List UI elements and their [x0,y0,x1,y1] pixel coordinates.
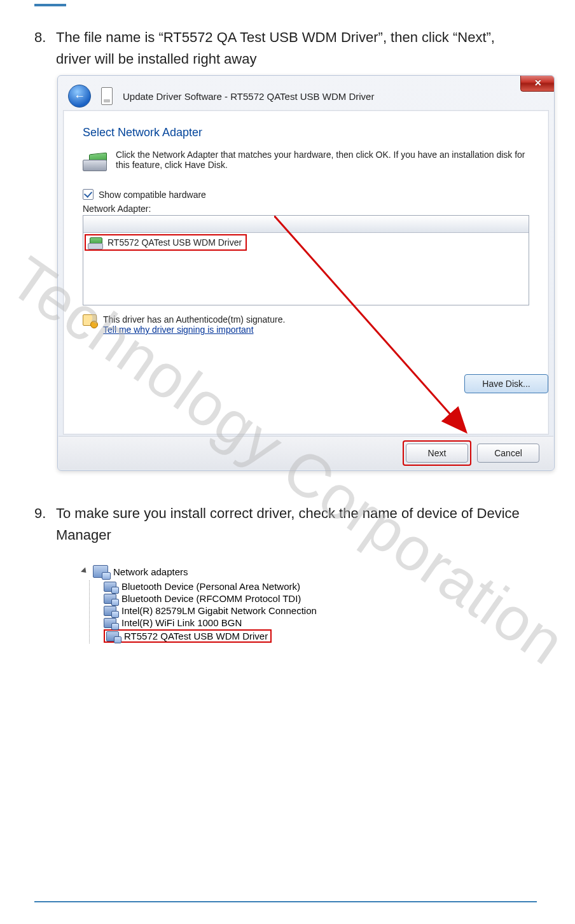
signature-text: This driver has an Authenticode(tm) sign… [103,314,285,325]
back-button[interactable]: ← [68,85,91,108]
signing-help-link[interactable]: Tell me why driver signing is important [103,325,254,335]
page-bottom-rule [34,901,537,902]
adapter-list[interactable]: RT5572 QATest USB WDM Driver [83,215,529,305]
adapter-list-item[interactable]: RT5572 QATest USB WDM Driver [85,234,247,251]
step-9: 9. To make sure you install correct driv… [34,503,537,546]
network-adapter-icon [106,631,119,641]
network-adapter-small-icon [90,237,102,248]
page-top-rule [34,4,66,6]
tree-item-label: Bluetooth Device (RFCOMM Protocol TDI) [121,593,301,604]
instruction-text: Click the Network Adapter that matches y… [116,150,529,170]
arrow-left-icon: ← [74,90,85,103]
network-adapter-icon [104,582,116,592]
tree-item-label: Intel(R) WiFi Link 1000 BGN [121,617,242,628]
certificate-icon [83,314,97,326]
adapter-name: RT5572 QATest USB WDM Driver [107,237,242,248]
tree-item[interactable]: Bluetooth Device (RFCOMM Protocol TDI) [104,592,317,605]
step-9-number: 9. [34,503,46,524]
tree-item-label: Bluetooth Device (Personal Area Network) [121,581,300,592]
wizard-body: Select Network Adapter Click the Network… [63,110,549,435]
cancel-button[interactable]: Cancel [477,444,539,463]
tree-item-label: Intel(R) 82579LM Gigabit Network Connect… [121,605,317,616]
update-driver-dialog: ✕ ← Update Driver Software - RT5572 QATe… [57,75,553,470]
section-heading: Select Network Adapter [83,126,529,139]
tree-children: Bluetooth Device (Personal Area Network)… [89,580,317,643]
step-9-text: To make sure you install correct driver,… [56,503,537,546]
tree-item[interactable]: Bluetooth Device (Personal Area Network) [104,580,317,592]
step-8-text: The file name is “RT5572 QA Test USB WDM… [56,27,537,70]
network-adapter-icon [104,618,116,628]
chevron-down-icon [80,568,88,575]
network-adapters-label: Network adapters [113,566,188,577]
wizard-footer: Next Cancel [59,436,553,470]
tree-item-highlighted[interactable]: RT5572 QATest USB WDM Driver [104,629,317,643]
have-disk-button[interactable]: Have Disk... [464,374,548,393]
network-adapter-icon [83,150,108,171]
device-manager-tree: Network adapters Bluetooth Device (Perso… [80,565,317,643]
network-adapter-icon [104,606,116,616]
tree-item-label: RT5572 QATest USB WDM Driver [124,631,268,641]
network-adapters-icon [93,565,108,578]
step-8: 8. The file name is “RT5572 QA Test USB … [34,27,537,70]
tree-node-network-adapters[interactable]: Network adapters [80,565,317,578]
wizard-title: Update Driver Software - RT5572 QATest U… [123,91,374,102]
tree-item[interactable]: Intel(R) 82579LM Gigabit Network Connect… [104,605,317,617]
adapter-list-label: Network Adapter: [83,204,529,214]
checkbox-icon [83,189,94,200]
wizard-header: ← Update Driver Software - RT5572 QATest… [68,85,544,108]
show-compatible-label: Show compatible hardware [99,190,206,200]
step-8-number: 8. [34,27,46,48]
network-adapter-icon [104,594,116,604]
device-icon [101,87,113,105]
show-compatible-checkbox[interactable]: Show compatible hardware [83,189,529,200]
next-button[interactable]: Next [406,444,468,463]
tree-item[interactable]: Intel(R) WiFi Link 1000 BGN [104,617,317,629]
adapter-list-header [83,216,529,233]
